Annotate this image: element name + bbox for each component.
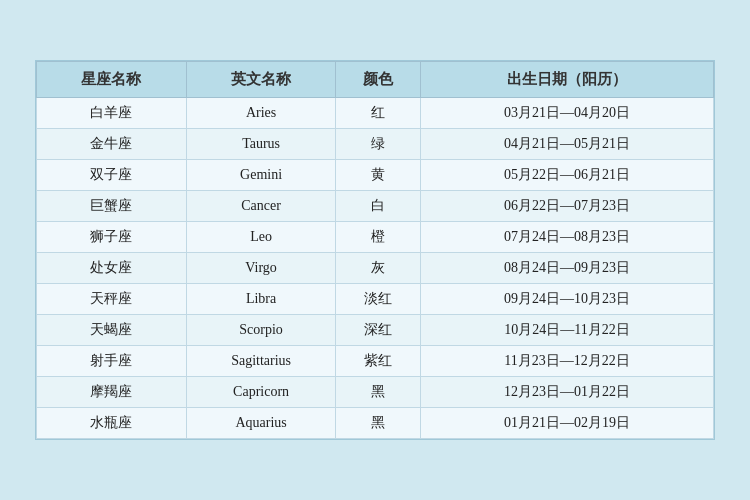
cell-english-name: Capricorn bbox=[186, 377, 336, 408]
cell-dates: 05月22日—06月21日 bbox=[421, 160, 714, 191]
col-header-english: 英文名称 bbox=[186, 62, 336, 98]
cell-color: 红 bbox=[336, 98, 421, 129]
cell-color: 深红 bbox=[336, 315, 421, 346]
cell-color: 橙 bbox=[336, 222, 421, 253]
cell-english-name: Gemini bbox=[186, 160, 336, 191]
cell-english-name: Virgo bbox=[186, 253, 336, 284]
cell-chinese-name: 摩羯座 bbox=[37, 377, 187, 408]
cell-english-name: Scorpio bbox=[186, 315, 336, 346]
cell-english-name: Aries bbox=[186, 98, 336, 129]
table-row: 处女座Virgo灰08月24日—09月23日 bbox=[37, 253, 714, 284]
cell-chinese-name: 水瓶座 bbox=[37, 408, 187, 439]
col-header-chinese: 星座名称 bbox=[37, 62, 187, 98]
cell-dates: 01月21日—02月19日 bbox=[421, 408, 714, 439]
cell-dates: 10月24日—11月22日 bbox=[421, 315, 714, 346]
cell-dates: 11月23日—12月22日 bbox=[421, 346, 714, 377]
table-row: 巨蟹座Cancer白06月22日—07月23日 bbox=[37, 191, 714, 222]
cell-chinese-name: 狮子座 bbox=[37, 222, 187, 253]
table-header-row: 星座名称 英文名称 颜色 出生日期（阳历） bbox=[37, 62, 714, 98]
table-row: 白羊座Aries红03月21日—04月20日 bbox=[37, 98, 714, 129]
cell-english-name: Cancer bbox=[186, 191, 336, 222]
table-row: 射手座Sagittarius紫红11月23日—12月22日 bbox=[37, 346, 714, 377]
cell-english-name: Libra bbox=[186, 284, 336, 315]
zodiac-table: 星座名称 英文名称 颜色 出生日期（阳历） 白羊座Aries红03月21日—04… bbox=[36, 61, 714, 439]
cell-dates: 06月22日—07月23日 bbox=[421, 191, 714, 222]
cell-chinese-name: 射手座 bbox=[37, 346, 187, 377]
cell-english-name: Sagittarius bbox=[186, 346, 336, 377]
cell-color: 淡红 bbox=[336, 284, 421, 315]
cell-chinese-name: 天秤座 bbox=[37, 284, 187, 315]
cell-dates: 07月24日—08月23日 bbox=[421, 222, 714, 253]
cell-chinese-name: 金牛座 bbox=[37, 129, 187, 160]
cell-color: 灰 bbox=[336, 253, 421, 284]
cell-english-name: Leo bbox=[186, 222, 336, 253]
table-body: 白羊座Aries红03月21日—04月20日金牛座Taurus绿04月21日—0… bbox=[37, 98, 714, 439]
cell-english-name: Taurus bbox=[186, 129, 336, 160]
cell-color: 黑 bbox=[336, 377, 421, 408]
table-row: 摩羯座Capricorn黑12月23日—01月22日 bbox=[37, 377, 714, 408]
zodiac-table-container: 星座名称 英文名称 颜色 出生日期（阳历） 白羊座Aries红03月21日—04… bbox=[35, 60, 715, 440]
cell-color: 紫红 bbox=[336, 346, 421, 377]
cell-dates: 03月21日—04月20日 bbox=[421, 98, 714, 129]
cell-dates: 08月24日—09月23日 bbox=[421, 253, 714, 284]
cell-dates: 09月24日—10月23日 bbox=[421, 284, 714, 315]
cell-english-name: Aquarius bbox=[186, 408, 336, 439]
cell-color: 黑 bbox=[336, 408, 421, 439]
cell-color: 绿 bbox=[336, 129, 421, 160]
cell-chinese-name: 天蝎座 bbox=[37, 315, 187, 346]
table-row: 天秤座Libra淡红09月24日—10月23日 bbox=[37, 284, 714, 315]
cell-chinese-name: 白羊座 bbox=[37, 98, 187, 129]
col-header-color: 颜色 bbox=[336, 62, 421, 98]
table-row: 狮子座Leo橙07月24日—08月23日 bbox=[37, 222, 714, 253]
table-row: 金牛座Taurus绿04月21日—05月21日 bbox=[37, 129, 714, 160]
cell-dates: 04月21日—05月21日 bbox=[421, 129, 714, 160]
cell-chinese-name: 巨蟹座 bbox=[37, 191, 187, 222]
table-row: 水瓶座Aquarius黑01月21日—02月19日 bbox=[37, 408, 714, 439]
cell-color: 白 bbox=[336, 191, 421, 222]
table-row: 天蝎座Scorpio深红10月24日—11月22日 bbox=[37, 315, 714, 346]
col-header-dates: 出生日期（阳历） bbox=[421, 62, 714, 98]
cell-chinese-name: 处女座 bbox=[37, 253, 187, 284]
cell-color: 黄 bbox=[336, 160, 421, 191]
table-row: 双子座Gemini黄05月22日—06月21日 bbox=[37, 160, 714, 191]
cell-dates: 12月23日—01月22日 bbox=[421, 377, 714, 408]
cell-chinese-name: 双子座 bbox=[37, 160, 187, 191]
